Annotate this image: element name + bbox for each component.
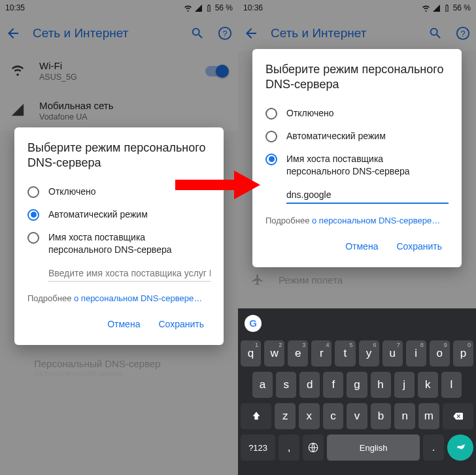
key-r[interactable]: r4 xyxy=(311,340,332,367)
radio-icon xyxy=(265,154,277,165)
dns-hostname-input[interactable] xyxy=(286,187,449,204)
phone-right: 10:36 56 % Сеть и Интернет ? Режим полет… xyxy=(238,0,476,475)
key-d[interactable]: d xyxy=(299,372,320,398)
dns-hostname-input[interactable] xyxy=(48,265,211,282)
setting-label: Персональный DNS-сервер xyxy=(34,358,225,369)
key-w[interactable]: w2 xyxy=(264,340,284,367)
dns-dialog: Выберите режим персонального DNS-сервера… xyxy=(252,49,462,267)
radio-label: Автоматический режим xyxy=(286,130,386,142)
radio-icon xyxy=(27,232,39,244)
keyboard: G q1w2e3r4t5y6u7i8o9p0 asdfghjkl zxcvbnm… xyxy=(238,308,476,475)
key-c[interactable]: c xyxy=(323,403,344,429)
radio-option-auto[interactable]: Автоматический режим xyxy=(265,125,449,148)
language-key[interactable] xyxy=(303,434,324,461)
key-j[interactable]: j xyxy=(394,372,415,398)
backspace-key[interactable] xyxy=(443,403,473,429)
dialog-title: Выберите режим персонального DNS-сервера xyxy=(27,140,211,171)
key-e[interactable]: e3 xyxy=(288,340,308,367)
radio-icon xyxy=(27,209,39,221)
radio-label: Имя хоста поставщика персонального DNS-с… xyxy=(48,231,211,256)
key-k[interactable]: k xyxy=(418,372,438,398)
hint-link[interactable]: о персональном DNS-сервере… xyxy=(74,293,202,303)
key-v[interactable]: v xyxy=(347,403,367,429)
dialog-hint: Подробнее о персональном DNS-сервере… xyxy=(27,293,211,303)
radio-option-hostname[interactable]: Имя хоста поставщика персонального DNS-с… xyxy=(27,226,211,261)
cancel-button[interactable]: Отмена xyxy=(339,236,384,257)
setting-sub: Автоматический режим xyxy=(34,369,225,378)
key-i[interactable]: i8 xyxy=(406,340,426,367)
keyboard-row-3: zxcvbnm xyxy=(241,403,473,429)
key-m[interactable]: m xyxy=(418,403,439,429)
dialog-actions: Отмена Сохранить xyxy=(27,308,211,340)
keyboard-row-2: asdfghjkl xyxy=(241,372,473,398)
radio-label: Отключено xyxy=(286,107,334,120)
google-icon[interactable]: G xyxy=(245,315,262,332)
key-t[interactable]: t5 xyxy=(335,340,355,367)
key-o[interactable]: o9 xyxy=(430,340,450,367)
period-key[interactable]: . xyxy=(423,434,444,461)
dialog-title: Выберите режим персонального DNS-сервера xyxy=(265,62,449,93)
annotation-arrow-icon xyxy=(175,169,260,201)
shift-key[interactable] xyxy=(241,403,271,429)
key-g[interactable]: g xyxy=(347,372,367,398)
hint-text: Подробнее xyxy=(265,216,312,225)
radio-icon xyxy=(265,131,277,142)
suggestion-bar: G xyxy=(238,308,476,338)
keyboard-row-1: q1w2e3r4t5y6u7i8o9p0 xyxy=(241,340,473,367)
radio-label: Имя хоста поставщика персонального DNS-с… xyxy=(286,153,449,178)
key-f[interactable]: f xyxy=(323,372,343,398)
setting-label: Режим полета xyxy=(279,274,343,286)
key-p[interactable]: p0 xyxy=(453,340,473,367)
radio-icon xyxy=(265,108,277,120)
radio-option-hostname[interactable]: Имя хоста поставщика персонального DNS-с… xyxy=(265,148,449,183)
radio-label: Автоматический режим xyxy=(48,208,148,221)
dns-dialog: Выберите режим персонального DNS-сервера… xyxy=(14,127,224,345)
hint-link[interactable]: о персональном DNS-сервере… xyxy=(312,216,440,225)
key-l[interactable]: l xyxy=(441,372,462,398)
hint-text: Подробнее xyxy=(27,293,74,303)
setting-private-dns-bg: Персональный DNS-сервер Автоматический р… xyxy=(34,358,225,378)
key-x[interactable]: x xyxy=(299,403,320,429)
keyboard-row-4: ?123 , English . xyxy=(241,434,473,461)
space-key[interactable]: English xyxy=(327,434,420,461)
radio-icon xyxy=(27,186,39,198)
setting-airplane-bg: Режим полета xyxy=(251,273,463,286)
airplane-icon xyxy=(251,273,264,286)
symbols-key[interactable]: ?123 xyxy=(241,434,275,461)
key-q[interactable]: q1 xyxy=(241,340,261,367)
radio-option-off[interactable]: Отключено xyxy=(265,102,449,125)
dialog-hint: Подробнее о персональном DNS-сервере… xyxy=(265,216,449,225)
key-s[interactable]: s xyxy=(276,372,296,398)
dialog-actions: Отмена Сохранить xyxy=(265,231,449,262)
cancel-button[interactable]: Отмена xyxy=(101,314,146,335)
enter-key[interactable] xyxy=(447,434,473,461)
comma-key[interactable]: , xyxy=(279,434,299,461)
key-a[interactable]: a xyxy=(252,372,273,398)
key-h[interactable]: h xyxy=(371,372,391,398)
phone-left: 10:35 56 % Сеть и Интернет ? Wi-FiASUS_5… xyxy=(0,0,238,475)
radio-option-auto[interactable]: Автоматический режим xyxy=(27,203,211,226)
key-n[interactable]: n xyxy=(394,403,415,429)
key-b[interactable]: b xyxy=(371,403,392,429)
radio-label: Отключено xyxy=(48,186,96,198)
save-button[interactable]: Сохранить xyxy=(152,314,211,335)
key-y[interactable]: y6 xyxy=(359,340,379,367)
key-z[interactable]: z xyxy=(275,403,296,429)
save-button[interactable]: Сохранить xyxy=(390,236,449,257)
key-u[interactable]: u7 xyxy=(382,340,403,367)
